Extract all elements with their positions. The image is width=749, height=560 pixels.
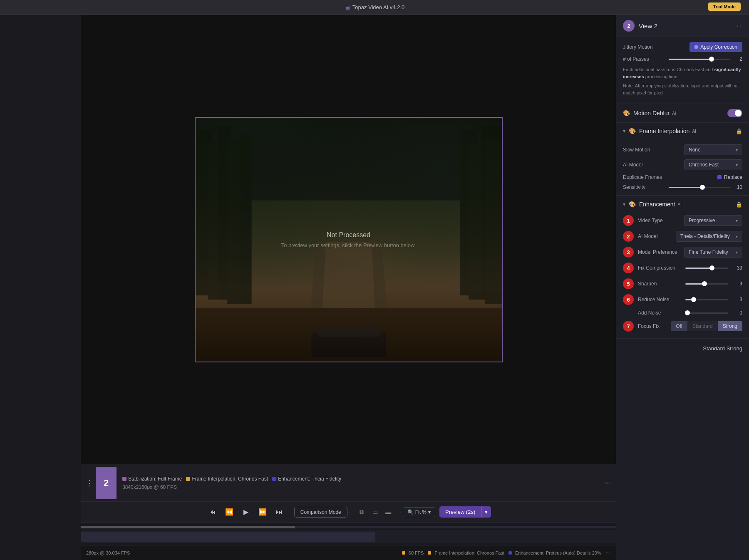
clip-menu-dots[interactable]: ⋮ [83, 478, 96, 488]
sensitivity-value: 10 [734, 184, 742, 190]
clip-info: Stabilization: Full-Frame Frame Interpol… [122, 476, 599, 490]
timeline-progress [81, 526, 295, 528]
play-button[interactable]: ▶ [239, 505, 253, 519]
status-left: 280px @ 30.034 FPS [86, 550, 130, 555]
stab-dot [122, 477, 126, 481]
main-layout: Not Processed To preview your settings, … [0, 15, 749, 560]
fi-ai-model-arrow: ▾ [736, 163, 738, 167]
step-forward-button[interactable]: ⏩ [256, 505, 269, 519]
add-noise-slider[interactable] [685, 312, 729, 314]
step-back-button[interactable]: ⏪ [223, 505, 236, 519]
an-thumb[interactable] [685, 310, 690, 315]
fi-title: Frame Interpolation AI [639, 128, 732, 134]
fi-ai-badge: AI [692, 129, 696, 134]
motion-deblur-toggle[interactable] [727, 109, 742, 117]
apply-btn-dot [694, 45, 698, 49]
comparison-mode-button[interactable]: Comparison Mode [294, 507, 347, 518]
interp-tag-dot2 [428, 551, 431, 555]
divider-dot2: · [399, 508, 401, 516]
fi-ai-model-value: Chronos Fast [689, 162, 719, 168]
side-by-side-button[interactable]: ⧉ [356, 506, 367, 518]
single-view-button[interactable]: ▭ [369, 506, 381, 518]
step-5-circle: 5 [623, 278, 634, 289]
frame-interpolation-section: Slow Motion None ▾ AI Model Chronos Fast… [616, 139, 749, 196]
split-view-button[interactable]: ▬ [382, 506, 394, 518]
add-noise-row: Add Noise 0 [616, 307, 749, 318]
frame-interpolation-header[interactable]: ▾ 🎨 Frame Interpolation AI 🔒 [616, 123, 749, 139]
slow-motion-value: None [689, 147, 701, 153]
app-title-group: ▣ Topaz Video AI v4.2.0 [345, 4, 405, 11]
slow-motion-dropdown[interactable]: None ▾ [684, 144, 742, 155]
video-container: Not Processed To preview your settings, … [81, 15, 616, 464]
stabilization-section: Jittery Motion Apply Correction # of Pas… [616, 37, 749, 104]
skip-end-button[interactable]: ⏭ [273, 505, 286, 519]
sharpen-slider[interactable] [685, 283, 729, 285]
enh-ai-arrow: ▾ [736, 234, 738, 239]
passes-slider[interactable] [669, 59, 730, 60]
zoom-button[interactable]: 🔍 Fit % ▾ [403, 507, 435, 517]
replace-chip: Replace [717, 174, 742, 180]
trial-mode-button[interactable]: Trial Mode [708, 2, 741, 11]
slow-motion-arrow: ▾ [736, 148, 738, 152]
video-type-dropdown[interactable]: Progressive ▾ [684, 215, 742, 226]
apply-correction-button[interactable]: Apply Correction [689, 42, 742, 52]
add-noise-label: Add Noise [638, 310, 681, 316]
timeline-bar[interactable] [81, 526, 616, 528]
fi-ai-model-row: AI Model Chronos Fast ▾ [623, 159, 742, 170]
enh-ai-model-dropdown[interactable]: Theia - Details/Fidelity ▾ [676, 231, 742, 242]
fps-label: 60 FPS [409, 550, 424, 555]
status-right: 60 FPS Frame Interpolation: Chronos Fast… [402, 549, 611, 557]
focus-fix-standard-button[interactable]: Standard [687, 321, 718, 331]
reduce-noise-slider[interactable] [685, 299, 729, 300]
view-header: 2 View 2 ↔ [616, 15, 749, 37]
status-right-text: 60 FPS Frame Interpolation: Chronos Fast… [402, 550, 601, 555]
model-preference-value: Fine Tune Fidelity [689, 249, 728, 255]
model-preference-label: Model Preference [638, 249, 680, 255]
timeline-clips[interactable] [81, 530, 616, 543]
motion-deblur-header[interactable]: 🎨 Motion Deblur AI [616, 104, 749, 122]
svg-rect-14 [317, 326, 379, 337]
focus-fix-off-button[interactable]: Off [671, 321, 687, 331]
duplicate-frames-label: Duplicate Frames [623, 174, 662, 180]
enhancement-header[interactable]: ▾ 🎨 Enhancement AI 🔒 [616, 196, 749, 213]
sensitivity-thumb[interactable] [700, 185, 705, 190]
model-preference-row: 3 Model Preference Fine Tune Fidelity ▾ [616, 244, 749, 260]
fix-compression-slider[interactable] [685, 268, 729, 269]
toggle-knob [735, 110, 742, 116]
sharpen-thumb[interactable] [702, 281, 707, 286]
skip-start-button[interactable]: ⏮ [206, 505, 219, 519]
clip-action-dots[interactable]: ⋯ [599, 479, 616, 487]
zoom-arrow: ▾ [428, 509, 431, 515]
replace-chip-dot [717, 175, 722, 179]
focus-fix-strong-button[interactable]: Strong [718, 321, 742, 331]
view-arrow-icon[interactable]: ↔ [735, 22, 742, 30]
rn-thumb[interactable] [691, 297, 696, 302]
view-mode-buttons: ⧉ ▭ ▬ [356, 506, 394, 518]
fi-ai-model-label: AI Model [623, 162, 642, 168]
passes-label: # of Passes [623, 56, 665, 62]
zoom-label: Fit % [415, 509, 427, 515]
preview-main-button[interactable]: Preview (2s) [439, 506, 481, 518]
enh-ai-badge: AI [677, 202, 681, 207]
title-bar: ▣ Topaz Video AI v4.2.0 Trial Mode [0, 0, 749, 15]
fix-compression-value: 39 [732, 265, 742, 271]
video-type-value: Progressive [689, 218, 715, 223]
sensitivity-slider[interactable] [669, 187, 730, 188]
fc-thumb[interactable] [709, 265, 714, 270]
passes-thumb[interactable] [709, 57, 714, 62]
status-menu-dots[interactable]: ··· [605, 549, 611, 557]
add-noise-value: 0 [732, 310, 742, 316]
enh-dot [272, 477, 276, 481]
motion-deblur-title-text: Motion Deblur [633, 110, 670, 116]
enh-title-text: Enhancement [639, 201, 675, 208]
fi-collapse-arrow: ▾ [623, 128, 625, 134]
motion-deblur-icon: 🎨 [623, 110, 630, 116]
fi-ai-model-dropdown[interactable]: Chronos Fast ▾ [684, 159, 742, 170]
motion-deblur-title: Motion Deblur AI [633, 110, 724, 116]
enh-collapse-arrow: ▾ [623, 201, 625, 207]
enh-ai-model-label: AI Model [638, 233, 672, 239]
motion-deblur-ai-badge: AI [672, 111, 676, 116]
divider-dot: · [349, 508, 351, 516]
model-preference-dropdown[interactable]: Fine Tune Fidelity ▾ [684, 247, 742, 258]
preview-arrow-button[interactable]: ▾ [481, 506, 491, 518]
